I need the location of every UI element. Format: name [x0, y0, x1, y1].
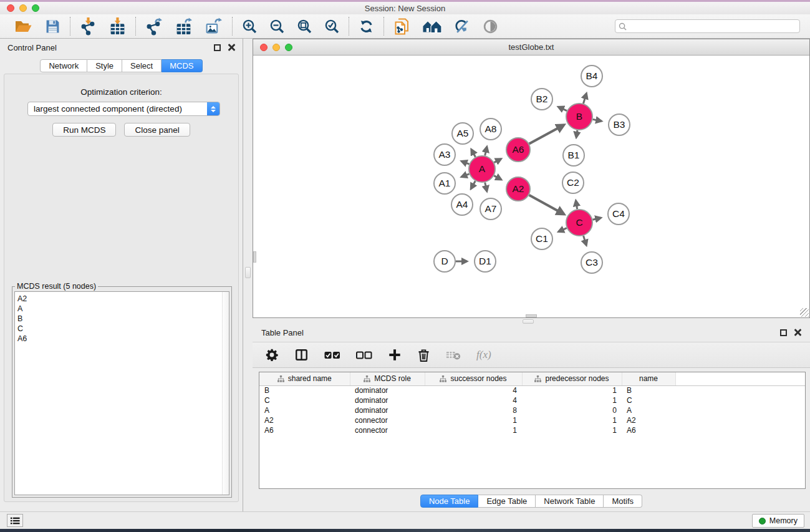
- run-mcds-button[interactable]: Run MCDS: [52, 123, 116, 137]
- tab-network[interactable]: Network: [40, 59, 87, 72]
- graphics-details-icon[interactable]: [455, 19, 470, 34]
- graph-edge-A-A7[interactable]: [485, 182, 487, 191]
- graph-node-A[interactable]: A: [469, 156, 495, 182]
- column-header-shared-name[interactable]: shared name: [259, 372, 350, 385]
- zoom-selected-icon[interactable]: [324, 19, 339, 34]
- canvas-bottom-grip[interactable]: [526, 314, 537, 317]
- graph-node-B4[interactable]: B4: [581, 65, 602, 87]
- refresh-icon[interactable]: [359, 19, 374, 34]
- delete-row-icon[interactable]: [417, 348, 430, 362]
- graph-edge-A-A8[interactable]: [485, 147, 487, 155]
- close-panel-button[interactable]: Close panel: [124, 123, 190, 137]
- network-canvas[interactable]: B4B2BB3A8A5A6A3B1AC2A1A2A4A7C4CC1C3DD1: [254, 56, 809, 317]
- graph-node-B1[interactable]: B1: [563, 145, 584, 166]
- column-header-successor-nodes[interactable]: successor nodes: [425, 372, 522, 385]
- graph-node-D[interactable]: D: [434, 251, 455, 272]
- graph-node-C4[interactable]: C4: [608, 203, 629, 225]
- import-network-icon[interactable]: [80, 17, 97, 36]
- graph-node-B3[interactable]: B3: [609, 114, 630, 135]
- criterion-select[interactable]: largest connected component (directed): [27, 102, 220, 116]
- graph-edge-B-B4[interactable]: [583, 94, 586, 104]
- column-header-name[interactable]: name: [622, 372, 675, 385]
- graph-node-A3[interactable]: A3: [434, 144, 455, 165]
- graph-node-D1[interactable]: D1: [475, 251, 496, 272]
- tab-edge-table[interactable]: Edge Table: [478, 495, 536, 508]
- zoom-fit-icon[interactable]: [297, 19, 312, 34]
- graph-node-B2[interactable]: B2: [531, 89, 552, 110]
- table-float-panel-icon[interactable]: [780, 329, 787, 336]
- homes-icon[interactable]: [423, 19, 442, 34]
- graph-node-A8[interactable]: A8: [480, 118, 501, 140]
- mcds-result-item[interactable]: C: [17, 324, 229, 334]
- zoom-out-icon[interactable]: [269, 19, 284, 34]
- save-session-icon[interactable]: [45, 19, 60, 34]
- column-header-predecessor-nodes[interactable]: predecessor nodes: [522, 372, 622, 385]
- graph-edge-A-A4[interactable]: [471, 181, 475, 189]
- memory-button[interactable]: Memory: [752, 514, 804, 528]
- mcds-result-item[interactable]: A6: [17, 334, 229, 344]
- select-all-icon[interactable]: [324, 351, 340, 360]
- import-table-icon[interactable]: [109, 17, 126, 36]
- mcds-result-list[interactable]: A2ABCA6: [14, 291, 229, 495]
- delete-table-icon[interactable]: [446, 350, 461, 360]
- tab-node-table[interactable]: Node Table: [420, 495, 479, 508]
- graph-edge-B-B1[interactable]: [576, 130, 577, 138]
- search-box[interactable]: [615, 19, 800, 33]
- zoom-in-icon[interactable]: [242, 19, 257, 34]
- open-session-icon[interactable]: [14, 19, 32, 34]
- graph-node-A2[interactable]: A2: [506, 177, 530, 201]
- table-row[interactable]: Cdominator41C: [259, 395, 805, 405]
- function-builder-icon[interactable]: f(x): [476, 349, 491, 361]
- graph-edge-C-C1[interactable]: [559, 228, 567, 232]
- graph-node-C2[interactable]: C2: [562, 172, 584, 193]
- column-header-MCDS-role[interactable]: MCDS role: [350, 372, 425, 385]
- tab-select[interactable]: Select: [122, 59, 162, 72]
- graph-edge-B-B2[interactable]: [558, 107, 567, 110]
- export-table-icon[interactable]: [175, 17, 193, 36]
- tab-network-table[interactable]: Network Table: [536, 495, 604, 508]
- add-row-icon[interactable]: [388, 348, 402, 362]
- window-resize-grip-icon[interactable]: [800, 308, 809, 317]
- task-history-button[interactable]: [7, 514, 23, 527]
- mcds-result-item[interactable]: A2: [17, 294, 229, 304]
- graph-node-A1[interactable]: A1: [434, 173, 455, 194]
- graph-node-B[interactable]: B: [566, 104, 592, 130]
- horizontal-splitter-grip[interactable]: [523, 319, 534, 324]
- deselect-all-icon[interactable]: [356, 351, 372, 360]
- table-row[interactable]: Adominator80A: [259, 405, 805, 415]
- graph-node-A5[interactable]: A5: [452, 123, 473, 144]
- table-row[interactable]: Bdominator41B: [259, 385, 805, 395]
- graph-edge-A-A3[interactable]: [461, 161, 469, 164]
- export-network-icon[interactable]: [145, 17, 163, 36]
- graph-edge-A-A6[interactable]: [494, 159, 501, 163]
- tab-motifs[interactable]: Motifs: [604, 495, 642, 508]
- graph-edge-A-A2[interactable]: [494, 176, 501, 180]
- float-panel-icon[interactable]: [214, 44, 221, 51]
- table-row[interactable]: A2connector11A2: [259, 415, 805, 425]
- close-panel-icon[interactable]: [228, 44, 235, 51]
- table-close-panel-icon[interactable]: [794, 329, 801, 336]
- graph-edge-C-C2[interactable]: [576, 201, 577, 210]
- graph-edge-A-A5[interactable]: [471, 149, 476, 157]
- eye-icon[interactable]: [483, 19, 498, 34]
- tab-style[interactable]: Style: [87, 59, 122, 72]
- graph-edge-A2-C[interactable]: [529, 195, 564, 215]
- graph-node-C3[interactable]: C3: [581, 252, 602, 273]
- graph-node-A6[interactable]: A6: [506, 138, 530, 162]
- canvas-left-grip[interactable]: [253, 251, 256, 263]
- tab-mcds[interactable]: MCDS: [162, 59, 202, 72]
- table-row[interactable]: A6connector11A6: [259, 425, 805, 435]
- export-image-icon[interactable]: [205, 17, 223, 36]
- graph-edge-A6-B[interactable]: [529, 125, 564, 143]
- graph-edge-A-A1[interactable]: [461, 174, 469, 177]
- search-input[interactable]: [629, 22, 796, 31]
- graph-edge-C-C4[interactable]: [592, 218, 600, 220]
- graph-node-A4[interactable]: A4: [451, 194, 473, 215]
- duplicate-network-icon[interactable]: [393, 17, 410, 36]
- gear-icon[interactable]: [265, 348, 279, 362]
- mcds-result-item[interactable]: B: [17, 314, 229, 324]
- columns-icon[interactable]: [294, 348, 309, 362]
- graph-node-C1[interactable]: C1: [531, 228, 552, 249]
- graph-node-A7[interactable]: A7: [480, 198, 501, 220]
- graph-edge-B-B3[interactable]: [593, 119, 602, 121]
